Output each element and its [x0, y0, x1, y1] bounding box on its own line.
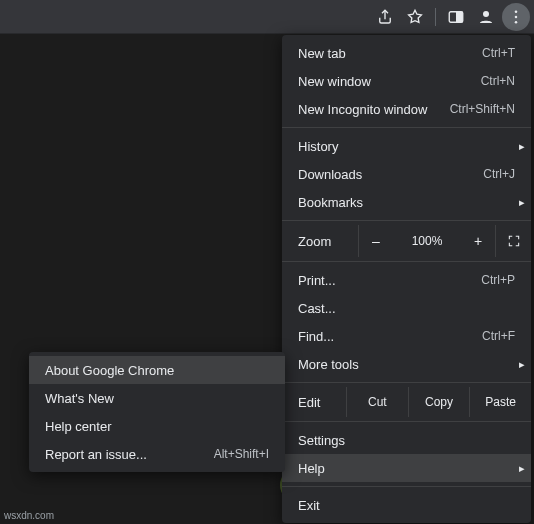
zoom-label: Zoom	[298, 234, 358, 249]
side-panel-icon[interactable]	[442, 3, 470, 31]
menu-label: History	[298, 139, 515, 154]
menu-label: Cast...	[298, 301, 515, 316]
menu-label: New window	[298, 74, 481, 89]
zoom-in-button[interactable]: +	[461, 225, 495, 257]
menu-shortcut: Ctrl+T	[482, 46, 515, 60]
cut-button[interactable]: Cut	[346, 387, 408, 417]
menu-divider	[282, 486, 531, 487]
image-credit: wsxdn.com	[4, 510, 54, 521]
browser-toolbar	[0, 0, 534, 34]
star-icon[interactable]	[401, 3, 429, 31]
paste-button[interactable]: Paste	[469, 387, 531, 417]
menu-divider	[282, 421, 531, 422]
menu-item-history[interactable]: History ▸	[282, 132, 531, 160]
submenu-item-help-center[interactable]: Help center	[29, 412, 285, 440]
menu-item-bookmarks[interactable]: Bookmarks ▸	[282, 188, 531, 216]
menu-item-help[interactable]: Help ▸	[282, 454, 531, 482]
menu-item-more-tools[interactable]: More tools ▸	[282, 350, 531, 378]
svg-point-3	[515, 10, 518, 13]
menu-divider	[282, 261, 531, 262]
chrome-main-menu: New tab Ctrl+T New window Ctrl+N New Inc…	[282, 35, 531, 523]
menu-divider	[282, 220, 531, 221]
menu-divider	[282, 382, 531, 383]
menu-label: Find...	[298, 329, 482, 344]
menu-item-exit[interactable]: Exit	[282, 491, 531, 519]
menu-item-new-window[interactable]: New window Ctrl+N	[282, 67, 531, 95]
menu-item-print[interactable]: Print... Ctrl+P	[282, 266, 531, 294]
submenu-item-report-issue[interactable]: Report an issue... Alt+Shift+I	[29, 440, 285, 468]
copy-button[interactable]: Copy	[408, 387, 470, 417]
menu-item-find[interactable]: Find... Ctrl+F	[282, 322, 531, 350]
menu-item-new-tab[interactable]: New tab Ctrl+T	[282, 39, 531, 67]
chevron-right-icon: ▸	[519, 462, 525, 475]
svg-rect-1	[456, 11, 463, 22]
menu-item-cast[interactable]: Cast...	[282, 294, 531, 322]
menu-label: Help	[298, 461, 515, 476]
menu-shortcut: Ctrl+J	[483, 167, 515, 181]
menu-shortcut: Ctrl+P	[481, 273, 515, 287]
submenu-shortcut: Alt+Shift+I	[214, 447, 269, 461]
menu-label: New tab	[298, 46, 482, 61]
menu-label: Exit	[298, 498, 515, 513]
more-icon[interactable]	[502, 3, 530, 31]
submenu-label: Report an issue...	[45, 447, 214, 462]
zoom-out-button[interactable]: –	[359, 225, 393, 257]
chevron-right-icon: ▸	[519, 358, 525, 371]
menu-label: Downloads	[298, 167, 483, 182]
menu-item-edit: Edit Cut Copy Paste	[282, 387, 531, 417]
submenu-label: What's New	[45, 391, 269, 406]
chevron-right-icon: ▸	[519, 196, 525, 209]
menu-item-new-incognito[interactable]: New Incognito window Ctrl+Shift+N	[282, 95, 531, 123]
submenu-label: About Google Chrome	[45, 363, 269, 378]
menu-item-zoom: Zoom – 100% +	[282, 225, 531, 257]
zoom-controls: – 100% +	[358, 225, 531, 257]
submenu-item-whats-new[interactable]: What's New	[29, 384, 285, 412]
svg-point-4	[515, 15, 518, 18]
menu-item-downloads[interactable]: Downloads Ctrl+J	[282, 160, 531, 188]
toolbar-separator	[435, 8, 436, 26]
menu-shortcut: Ctrl+Shift+N	[450, 102, 515, 116]
menu-label: Settings	[298, 433, 515, 448]
chevron-right-icon: ▸	[519, 140, 525, 153]
submenu-label: Help center	[45, 419, 269, 434]
submenu-item-about[interactable]: About Google Chrome	[29, 356, 285, 384]
help-submenu: About Google Chrome What's New Help cent…	[29, 352, 285, 472]
fullscreen-button[interactable]	[495, 225, 531, 257]
menu-item-settings[interactable]: Settings	[282, 426, 531, 454]
share-icon[interactable]	[371, 3, 399, 31]
edit-label: Edit	[298, 395, 346, 410]
menu-shortcut: Ctrl+F	[482, 329, 515, 343]
zoom-level: 100%	[393, 234, 461, 248]
svg-point-2	[483, 11, 489, 17]
svg-point-5	[515, 20, 518, 23]
menu-label: More tools	[298, 357, 515, 372]
menu-label: New Incognito window	[298, 102, 450, 117]
menu-label: Print...	[298, 273, 481, 288]
menu-shortcut: Ctrl+N	[481, 74, 515, 88]
menu-divider	[282, 127, 531, 128]
menu-label: Bookmarks	[298, 195, 515, 210]
profile-icon[interactable]	[472, 3, 500, 31]
